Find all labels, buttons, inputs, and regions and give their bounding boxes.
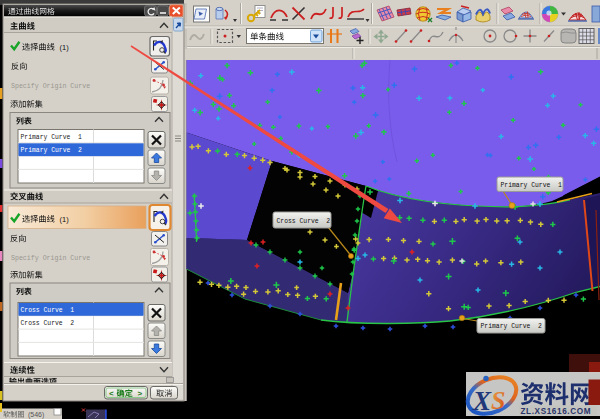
svg-text:Primary Curve 1: Primary Curve 1 <box>501 182 563 189</box>
svg-text:ZL.XS1616.COM: ZL.XS1616.COM <box>521 407 592 416</box>
svg-text:Primary Curve 2: Primary Curve 2 <box>21 147 83 154</box>
svg-text:Cross Curve 2: Cross Curve 2 <box>21 320 75 327</box>
svg-text:Primary Curve 1: Primary Curve 1 <box>21 134 83 141</box>
svg-text:Primary Curve 2: Primary Curve 2 <box>481 323 543 330</box>
svg-text:(546): (546) <box>28 411 44 419</box>
svg-text:Cross Curve 2: Cross Curve 2 <box>277 218 331 225</box>
svg-text:(1): (1) <box>60 215 70 224</box>
svg-text:X: X <box>472 386 492 416</box>
svg-text:Cross Curve 1: Cross Curve 1 <box>21 307 75 314</box>
svg-text:Specify Origin Curve: Specify Origin Curve <box>11 255 90 262</box>
svg-text:S: S <box>491 386 505 415</box>
svg-text:(1): (1) <box>60 43 70 52</box>
svg-text:Specify Origin Curve: Specify Origin Curve <box>11 83 90 90</box>
svg-text:<: < <box>109 389 114 398</box>
svg-text:>: > <box>138 389 143 398</box>
